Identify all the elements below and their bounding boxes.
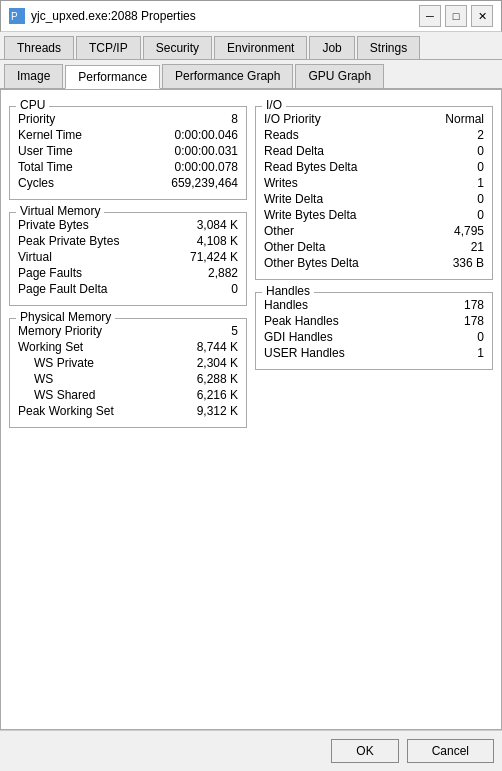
io-read-delta-label: Read Delta: [264, 144, 324, 158]
io-read-bytes-delta-row: Read Bytes Delta 0: [264, 159, 484, 175]
tab-environment[interactable]: Environment: [214, 36, 307, 59]
tabs-row-2: Image Performance Performance Graph GPU …: [0, 60, 502, 90]
io-write-bytes-delta-label: Write Bytes Delta: [264, 208, 356, 222]
right-column: I/O I/O Priority Normal Reads 2 Read Del…: [255, 98, 493, 721]
user-handles-row: USER Handles 1: [264, 345, 484, 361]
io-writes-value: 1: [477, 176, 484, 190]
pm-ws-shared-label: WS Shared: [18, 388, 95, 402]
vm-private-value: 3,084 K: [197, 218, 238, 232]
io-other-delta-value: 21: [471, 240, 484, 254]
tab-job[interactable]: Job: [309, 36, 354, 59]
io-write-delta-row: Write Delta 0: [264, 191, 484, 207]
cpu-cycles-row: Cycles 659,239,464: [18, 175, 238, 191]
pm-ws-shared-row: WS Shared 6,216 K: [18, 387, 238, 403]
pm-working-set-row: Working Set 8,744 K: [18, 339, 238, 355]
cpu-priority-value: 8: [231, 112, 238, 126]
vm-virtual-label: Virtual: [18, 250, 52, 264]
io-section: I/O I/O Priority Normal Reads 2 Read Del…: [255, 106, 493, 280]
tab-gpu-graph[interactable]: GPU Graph: [295, 64, 384, 88]
pm-ws-private-row: WS Private 2,304 K: [18, 355, 238, 371]
io-writes-label: Writes: [264, 176, 298, 190]
cpu-total-label: Total Time: [18, 160, 73, 174]
vm-private-row: Private Bytes 3,084 K: [18, 217, 238, 233]
cpu-priority-row: Priority 8: [18, 111, 238, 127]
cpu-cycles-value: 659,239,464: [171, 176, 238, 190]
pm-ws-private-value: 2,304 K: [197, 356, 238, 370]
cpu-user-row: User Time 0:00:00.031: [18, 143, 238, 159]
io-read-delta-value: 0: [477, 144, 484, 158]
gdi-handles-label: GDI Handles: [264, 330, 333, 344]
pm-ws-shared-value: 6,216 K: [197, 388, 238, 402]
handles-row: Handles 178: [264, 297, 484, 313]
io-other-bytes-delta-row: Other Bytes Delta 336 B: [264, 255, 484, 271]
user-handles-value: 1: [477, 346, 484, 360]
vm-peak-private-row: Peak Private Bytes 4,108 K: [18, 233, 238, 249]
window-controls: ─ □ ✕: [419, 5, 493, 27]
io-other-bytes-delta-value: 336 B: [453, 256, 484, 270]
io-reads-value: 2: [477, 128, 484, 142]
handles-section-title: Handles: [262, 284, 314, 298]
ok-button[interactable]: OK: [331, 739, 398, 763]
io-reads-label: Reads: [264, 128, 299, 142]
gdi-handles-value: 0: [477, 330, 484, 344]
io-read-bytes-delta-value: 0: [477, 160, 484, 174]
io-section-title: I/O: [262, 98, 286, 112]
cpu-kernel-row: Kernel Time 0:00:00.046: [18, 127, 238, 143]
tab-threads[interactable]: Threads: [4, 36, 74, 59]
vm-peak-private-value: 4,108 K: [197, 234, 238, 248]
io-other-delta-label: Other Delta: [264, 240, 325, 254]
pm-peak-ws-label: Peak Working Set: [18, 404, 114, 418]
close-button[interactable]: ✕: [471, 5, 493, 27]
io-write-delta-label: Write Delta: [264, 192, 323, 206]
vm-page-fault-delta-value: 0: [231, 282, 238, 296]
window-title: yjc_upxed.exe:2088 Properties: [31, 9, 419, 23]
virtual-memory-section: Virtual Memory Private Bytes 3,084 K Pea…: [9, 212, 247, 306]
io-priority-value: Normal: [445, 112, 484, 126]
cpu-section: CPU Priority 8 Kernel Time 0:00:00.046 U…: [9, 106, 247, 200]
vm-page-faults-label: Page Faults: [18, 266, 82, 280]
user-handles-label: USER Handles: [264, 346, 345, 360]
cpu-user-label: User Time: [18, 144, 73, 158]
io-priority-label: I/O Priority: [264, 112, 321, 126]
app-icon: P: [9, 8, 25, 24]
cpu-kernel-value: 0:00:00.046: [175, 128, 238, 142]
footer: OK Cancel: [0, 730, 502, 771]
tab-performance[interactable]: Performance: [65, 65, 160, 89]
pm-ws-value: 6,288 K: [197, 372, 238, 386]
vm-virtual-value: 71,424 K: [190, 250, 238, 264]
pm-priority-row: Memory Priority 5: [18, 323, 238, 339]
main-content: CPU Priority 8 Kernel Time 0:00:00.046 U…: [0, 90, 502, 730]
cpu-section-title: CPU: [16, 98, 49, 112]
tabs-row-1: Threads TCP/IP Security Environment Job …: [0, 32, 502, 60]
maximize-button[interactable]: □: [445, 5, 467, 27]
pm-working-set-label: Working Set: [18, 340, 83, 354]
vm-page-fault-delta-row: Page Fault Delta 0: [18, 281, 238, 297]
tab-tcpip[interactable]: TCP/IP: [76, 36, 141, 59]
io-read-bytes-delta-label: Read Bytes Delta: [264, 160, 357, 174]
tab-security[interactable]: Security: [143, 36, 212, 59]
tab-image[interactable]: Image: [4, 64, 63, 88]
pm-peak-ws-row: Peak Working Set 9,312 K: [18, 403, 238, 419]
vm-private-label: Private Bytes: [18, 218, 89, 232]
physical-memory-section: Physical Memory Memory Priority 5 Workin…: [9, 318, 247, 428]
peak-handles-value: 178: [464, 314, 484, 328]
pm-priority-label: Memory Priority: [18, 324, 102, 338]
cpu-priority-label: Priority: [18, 112, 55, 126]
io-writes-row: Writes 1: [264, 175, 484, 191]
tab-performance-graph[interactable]: Performance Graph: [162, 64, 293, 88]
tab-strings[interactable]: Strings: [357, 36, 420, 59]
io-other-value: 4,795: [454, 224, 484, 238]
io-write-bytes-delta-value: 0: [477, 208, 484, 222]
pm-ws-row: WS 6,288 K: [18, 371, 238, 387]
handles-section: Handles Handles 178 Peak Handles 178 GDI…: [255, 292, 493, 370]
handles-value: 178: [464, 298, 484, 312]
vm-peak-private-label: Peak Private Bytes: [18, 234, 119, 248]
minimize-button[interactable]: ─: [419, 5, 441, 27]
vm-page-faults-value: 2,882: [208, 266, 238, 280]
vm-virtual-row: Virtual 71,424 K: [18, 249, 238, 265]
cancel-button[interactable]: Cancel: [407, 739, 494, 763]
pm-ws-label: WS: [18, 372, 53, 386]
io-other-bytes-delta-label: Other Bytes Delta: [264, 256, 359, 270]
gdi-handles-row: GDI Handles 0: [264, 329, 484, 345]
cpu-total-row: Total Time 0:00:00.078: [18, 159, 238, 175]
